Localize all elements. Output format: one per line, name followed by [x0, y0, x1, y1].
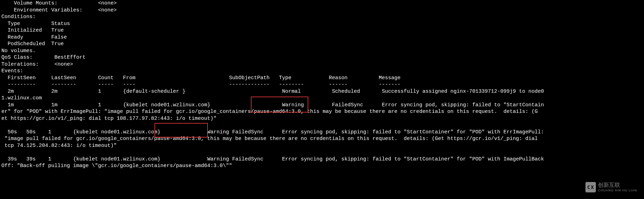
env-vars-line: Environment Variables: <none> [1, 7, 117, 13]
watermark: CX 创新互联 CHUANG XIN HU LIAN [585, 182, 637, 193]
event-row: 2m 2m 1 {default-scheduler } Normal Sche… [1, 89, 544, 101]
no-volumes: No volumes. [1, 48, 36, 54]
qos-line: QoS Class: BestEffort [1, 55, 86, 60]
conditions-header: Conditions: [1, 14, 36, 20]
event-row: 39s 39s 1 {kubelet node01.wzlinux.com} W… [1, 156, 544, 169]
watermark-logo-icon: CX [585, 182, 596, 192]
event-row: 1m 1m 1 {kubelet node01.wzlinux.com} War… [1, 102, 544, 122]
conditions-columns: Type Status [1, 21, 70, 27]
events-header: Events: [1, 68, 23, 74]
condition-row: Initialized True [1, 27, 64, 33]
events-columns: FirstSeen LastSeen Count From SubObjectP… [1, 75, 400, 81]
condition-row: PodScheduled True [1, 41, 64, 47]
condition-row: Ready False [1, 34, 67, 40]
watermark-cn-text: 创新互联 [598, 182, 620, 188]
terminal-output: Volume Mounts: <none> Environment Variab… [1, 0, 544, 169]
watermark-en-text: CHUANG XIN HU LIAN [598, 189, 637, 193]
tolerations-line: Tolerations: <none> [1, 61, 73, 67]
events-divider: --------- -------- ----- ---- ----------… [1, 82, 400, 88]
volume-mounts-line: Volume Mounts: <none> [1, 0, 117, 6]
event-row: 50s 50s 1 {kubelet node01.wzlinux.com} W… [1, 129, 544, 149]
